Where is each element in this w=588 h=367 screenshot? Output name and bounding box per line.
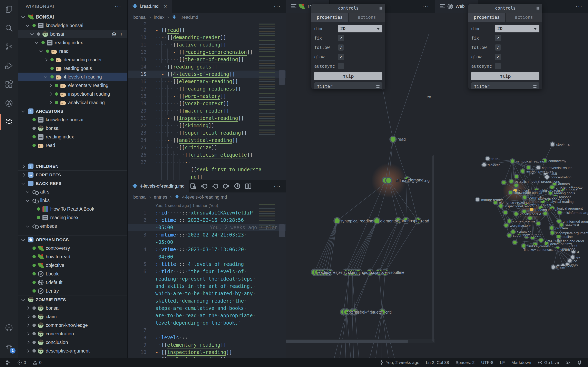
status-0[interactable]: 0 (14, 360, 29, 365)
code-area[interactable]: 89-·[[read]]10··-·[[demanding-reader]]11… (128, 22, 286, 180)
tree-item-read[interactable]: read (18, 141, 127, 150)
code-line[interactable]: -04:00 (128, 253, 286, 261)
activity-item-graph-view[interactable] (0, 94, 18, 113)
chevron-right-icon[interactable] (43, 57, 48, 62)
flip-button[interactable]: flip (314, 72, 382, 80)
collapse-icon[interactable] (380, 7, 382, 10)
graph-node[interactable] (513, 240, 517, 245)
status-lf[interactable]: LF (497, 360, 508, 365)
more-actions-icon[interactable]: ··· (274, 183, 281, 189)
graph-node-classify-the-kind[interactable] (539, 238, 543, 242)
status-you-2-weeks-ago[interactable]: You, 2 weeks ago (376, 360, 423, 365)
tree-item-concentration[interactable]: concentration (18, 329, 127, 338)
glow-checkbox[interactable]: ✓ (338, 54, 344, 60)
scrollbar-thumb[interactable] (279, 70, 285, 85)
chevron-down-icon[interactable] (25, 198, 30, 203)
chevron-down-icon[interactable] (21, 297, 26, 302)
chevron-right-icon[interactable] (21, 173, 26, 177)
breadcrumb-item[interactable]: 4-levels-of-reading.md (182, 194, 227, 200)
chevron-down-icon[interactable] (43, 75, 48, 79)
code-line[interactable]: steps·are·cumulative·and·books· (128, 305, 286, 312)
activity-item-account[interactable] (0, 318, 18, 337)
tab-iread[interactable]: i.read.md × (128, 0, 172, 13)
graph-node[interactable] (502, 180, 506, 185)
tree-item-reading-index[interactable]: reading index (18, 38, 127, 47)
breadcrumb[interactable]: bonsai›index›i.read.md (128, 13, 286, 22)
graph-node[interactable] (334, 218, 340, 224)
tree-item-4-levels-of-reading[interactable]: 4 levels of reading (18, 73, 127, 81)
graph-node-inspect-passages[interactable] (520, 169, 525, 173)
breadcrumb-item[interactable]: bonsai (133, 15, 147, 20)
tree-item-knowledge-bonsai[interactable]: knowledge bonsai (18, 21, 127, 30)
chevron-down-icon[interactable] (21, 181, 26, 186)
code-line[interactable]: 8:·levels·:: (128, 334, 286, 341)
breadcrumb[interactable]: bonsai›entries›4-levels-of-reading.md (128, 192, 286, 202)
tree-item-links[interactable]: links (18, 196, 127, 205)
chevron-right-icon[interactable] (48, 92, 53, 96)
graph-node-demanding-reader[interactable] (522, 195, 527, 200)
close-icon[interactable]: × (164, 3, 167, 9)
nav-back-icon[interactable] (201, 183, 208, 190)
code-line[interactable]: level·depending·on·the·book." (128, 319, 286, 327)
chevron-down-icon[interactable] (39, 49, 44, 54)
chevron-down-icon[interactable] (21, 15, 26, 19)
graph-node-dialectic[interactable] (482, 162, 486, 167)
tab-4levels[interactable]: 4-levels-of-reading.md (128, 180, 190, 192)
sidebar-more-icon[interactable]: ··· (115, 3, 121, 9)
inline-action-add-circle[interactable]: ⊕ (112, 31, 116, 38)
graph-node-steel-man[interactable] (550, 142, 555, 146)
status-markdown[interactable]: Markdown (508, 360, 535, 365)
code-line[interactable]: 24····-·[[analytical-reading]] (128, 137, 286, 144)
nav-current-icon[interactable] (212, 183, 219, 190)
graph-node[interactable] (514, 183, 518, 188)
section-children[interactable]: ↓CHILDREN (18, 162, 127, 170)
tree-item-bonsai[interactable]: bonsai⊕+ (18, 30, 127, 38)
fix-checkbox[interactable]: ✓ (338, 35, 344, 41)
tab-properties[interactable]: properties (311, 13, 348, 22)
tree-item-conclusion[interactable]: conclusion (18, 338, 127, 347)
graph-node-word-mastery[interactable] (504, 223, 508, 227)
chevron-down-icon[interactable] (21, 109, 26, 114)
more-actions-icon[interactable]: ··· (576, 3, 583, 9)
horizontal-scrollbar[interactable] (286, 339, 435, 343)
tree-item-how-to-read[interactable]: how to read (18, 252, 127, 261)
graph-node-skimming[interactable] (511, 230, 515, 234)
graph-node-mature-reader[interactable] (475, 197, 480, 202)
chevron-right-icon[interactable] (25, 314, 30, 319)
graph-node-find-key-words[interactable] (521, 244, 526, 248)
glow-checkbox[interactable]: ✓ (495, 54, 501, 60)
code-line[interactable]: 27··········-· (128, 159, 286, 166)
dim-select[interactable]: 2D (495, 25, 539, 33)
tree-item-reading-goals[interactable]: reading goals (18, 64, 127, 73)
graph-node-incomplete-argument[interactable] (550, 231, 554, 235)
code-line[interactable]: 7 (128, 327, 286, 334)
chevron-right-icon[interactable] (48, 83, 53, 88)
tree-item-attrs[interactable]: attrs (18, 188, 127, 196)
code-line[interactable]: 11-·[[analytical-reading]] (128, 356, 286, 358)
tab-actions[interactable]: actions (348, 13, 385, 22)
graph-node[interactable] (536, 221, 540, 226)
activity-item-search[interactable] (0, 19, 18, 38)
tree-item-t-default[interactable]: t.default (18, 278, 127, 287)
graph-node-claim[interactable] (551, 265, 555, 269)
tab-actions[interactable]: actions (505, 13, 542, 22)
open-preview-icon[interactable] (190, 183, 197, 190)
chevron-right-icon[interactable] (25, 306, 30, 310)
activity-item-explorer[interactable] (0, 0, 18, 19)
graph-node[interactable] (526, 165, 531, 170)
flip-button[interactable]: flip (471, 72, 539, 80)
status-utf-8[interactable]: UTF-8 (478, 360, 497, 365)
code-line[interactable]: are·to·be·read·at·the·appropriate· (128, 312, 286, 319)
graph-node-come-to-terms[interactable] (507, 219, 512, 223)
code-line[interactable]: skilled,·demanding·reader;·the· (128, 297, 286, 305)
tree-item-demanding-reader[interactable]: demanding reader (18, 55, 127, 64)
status-feedback[interactable] (562, 360, 574, 365)
graph-node-syntopical-reading[interactable] (510, 159, 515, 163)
tree-item-descriptive-argument[interactable]: descriptive-argument (18, 347, 127, 355)
tree-item-analytical-reading[interactable]: analytical reading (18, 98, 127, 107)
code-line[interactable]: 26········-·[[criticism-etiquette]] (128, 151, 286, 159)
chevron-down-icon[interactable] (34, 40, 39, 45)
breadcrumb-item[interactable]: index (154, 15, 164, 20)
breadcrumb-item[interactable]: entries (154, 194, 167, 200)
status-ln-2-col-38[interactable]: Ln 2, Col 38 (423, 360, 452, 365)
